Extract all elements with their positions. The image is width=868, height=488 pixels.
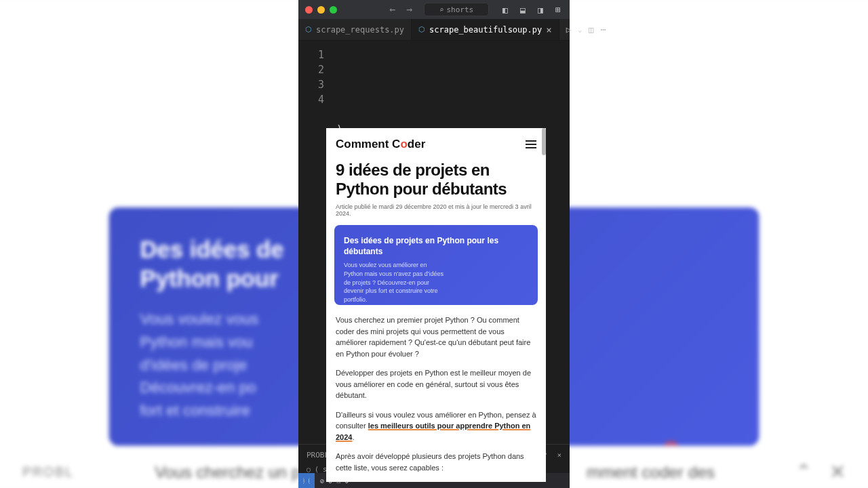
paragraph: Après avoir développé plusieurs des proj… <box>336 451 536 473</box>
more-actions-icon[interactable]: ⋯ <box>601 24 606 35</box>
hero-card-title: Des idées de projets en Python pour les … <box>344 236 528 257</box>
article-meta: Article publié le mardi 29 décembre 2020… <box>326 201 546 222</box>
python-icon: ⬡ <box>305 25 312 34</box>
command-center-search[interactable]: ⌕ shorts <box>424 3 489 16</box>
layout-bottom-icon[interactable]: ⬓ <box>518 5 528 15</box>
split-editor-icon[interactable]: ◫ <box>589 24 594 35</box>
bg-problems-label: PROBL <box>22 464 74 479</box>
layout-customize-icon[interactable]: ⊞ <box>553 5 563 15</box>
layout-right-icon[interactable]: ◨ <box>536 5 545 15</box>
article-title: 9 idées de projets en Python pour débuta… <box>326 157 546 201</box>
remote-indicator[interactable]: ⟯⟮ <box>298 473 315 488</box>
close-tab-icon[interactable]: × <box>546 24 551 35</box>
run-dropdown-icon[interactable]: ⌄ <box>578 26 581 33</box>
nav-forward-icon[interactable]: → <box>406 3 412 16</box>
paragraph: D'ailleurs si vous voulez vous améliorer… <box>336 409 536 443</box>
bg-chevrons: ⌃✕ <box>795 460 845 483</box>
tab-scrape-requests[interactable]: ⬡ scrape_requests.py <box>298 19 412 40</box>
site-logo[interactable]: Comment Coder <box>336 138 425 151</box>
list-item: De montrer des projets dans votre portfo… <box>347 481 536 482</box>
code-content[interactable]: ) ler.com/projets-python-debutants/" <box>336 47 570 129</box>
minimize-window-icon[interactable] <box>317 6 325 14</box>
python-icon: ⬡ <box>418 25 425 34</box>
code-editor[interactable]: 1 2 3 4 ) ler.com/projets-python-debutan… <box>298 41 570 129</box>
scrollbar-thumb[interactable] <box>542 128 546 155</box>
hero-card: Des idées de projets en Python pour les … <box>334 225 538 305</box>
tab-bar: ⬡ scrape_requests.py ⬡ scrape_beautifuls… <box>298 19 570 41</box>
tab-label: scrape_beautifulsoup.py <box>429 25 542 35</box>
maximize-window-icon[interactable] <box>330 6 337 14</box>
close-window-icon[interactable] <box>305 6 313 14</box>
browser-preview: Comment Coder 9 idées de projets en Pyth… <box>326 128 546 482</box>
nav-back-icon[interactable]: ← <box>389 3 395 16</box>
hero-card-text: Vous voulez vous améliorer en Python mai… <box>344 261 446 304</box>
titlebar: ← → ⌕ shorts ◧ ⬓ ◨ ⊞ <box>298 0 570 19</box>
paragraph: Vous cherchez un premier projet Python ?… <box>336 314 536 359</box>
panel-close-icon[interactable]: × <box>557 451 561 460</box>
bullet-list: De montrer des projets dans votre portfo… <box>336 481 536 482</box>
tab-scrape-beautifulsoup[interactable]: ⬡ scrape_beautifulsoup.py × <box>412 19 559 40</box>
run-icon[interactable]: ▷ <box>566 24 572 35</box>
tab-label: scrape_requests.py <box>316 25 404 35</box>
search-placeholder: shorts <box>446 5 473 14</box>
paragraph: Développer des projets en Python est le … <box>336 367 536 401</box>
hamburger-menu-icon[interactable] <box>526 140 536 148</box>
layout-left-icon[interactable]: ◧ <box>500 5 510 15</box>
line-gutter: 1 2 3 4 <box>298 47 336 129</box>
traffic-lights[interactable] <box>305 6 337 14</box>
article-body: Vous cherchez un premier projet Python ?… <box>326 312 546 482</box>
search-icon: ⌕ <box>439 5 444 14</box>
